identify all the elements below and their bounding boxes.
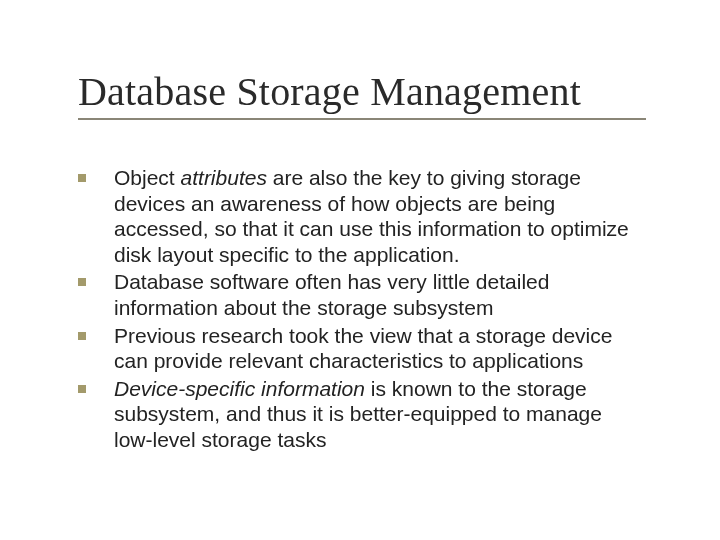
bullet-text: Object attributes are also the key to gi… [114,165,646,267]
text-run: Database software often has very little … [114,270,549,319]
bullet-icon [78,376,114,393]
text-emphasis: attributes [181,166,267,189]
bullet-icon [78,269,114,286]
list-item: Device-specific information is known to … [78,376,646,453]
bullet-text: Device-specific information is known to … [114,376,646,453]
text-run: Object [114,166,181,189]
list-item: Previous research took the view that a s… [78,323,646,374]
slide-body: Object attributes are also the key to gi… [78,165,646,455]
bullet-icon [78,165,114,182]
bullet-text: Previous research took the view that a s… [114,323,646,374]
list-item: Object attributes are also the key to gi… [78,165,646,267]
text-emphasis: Device-specific information [114,377,365,400]
slide: Database Storage Management Object attri… [0,0,720,540]
bullet-text: Database software often has very little … [114,269,646,320]
slide-title: Database Storage Management [78,68,581,115]
bullet-icon [78,323,114,340]
text-run: Previous research took the view that a s… [114,324,612,373]
title-underline [78,118,646,120]
list-item: Database software often has very little … [78,269,646,320]
